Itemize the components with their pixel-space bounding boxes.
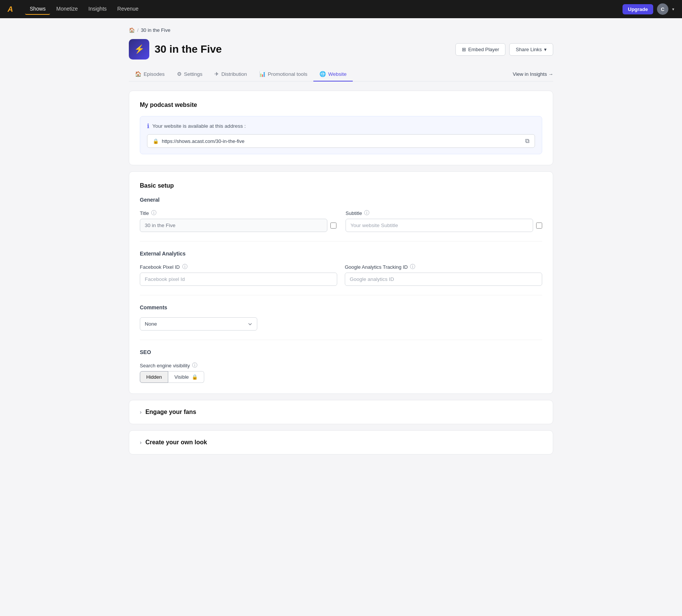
tab-settings-label: Settings — [184, 71, 203, 77]
subtitle-input[interactable] — [346, 219, 533, 232]
show-title: 30 in the Five — [155, 43, 222, 55]
divider-3 — [140, 340, 542, 340]
google-analytics-label-text: Google Analytics Tracking ID — [345, 264, 408, 270]
facebook-pixel-col: Facebook Pixel ID ⓘ — [140, 263, 337, 286]
distribution-icon: ✈ — [214, 71, 219, 77]
seo-help-icon[interactable]: ⓘ — [192, 362, 197, 369]
copy-url-button[interactable]: ⧉ — [525, 138, 529, 144]
settings-icon: ⚙ — [177, 71, 182, 77]
facebook-pixel-label: Facebook Pixel ID ⓘ — [140, 263, 337, 270]
tab-distribution-label: Distribution — [221, 71, 247, 77]
promotional-icon: 📊 — [259, 71, 266, 77]
website-icon: 🌐 — [319, 71, 326, 77]
toggle-buttons: Hidden Visible 🔒 — [140, 371, 204, 383]
subtitle-checkbox[interactable] — [536, 223, 542, 229]
tab-episodes[interactable]: 🏠 Episodes — [129, 67, 171, 82]
tab-settings[interactable]: ⚙ Settings — [171, 67, 209, 82]
google-analytics-label: Google Analytics Tracking ID ⓘ — [345, 263, 542, 270]
show-header-right: ⊞ Embed Player Share Links ▾ — [455, 43, 553, 56]
embed-player-button[interactable]: ⊞ Embed Player — [455, 43, 506, 56]
tab-promotional-label: Promotional tools — [268, 71, 307, 77]
create-look-chevron-icon: › — [140, 439, 142, 445]
google-help-icon[interactable]: ⓘ — [410, 263, 415, 270]
tab-distribution[interactable]: ✈ Distribution — [208, 67, 253, 82]
general-section-label: General — [140, 197, 542, 203]
show-header-left: ⚡ 30 in the Five — [129, 39, 222, 60]
nav-shows[interactable]: Shows — [25, 3, 50, 15]
tab-website[interactable]: 🌐 Website — [313, 67, 353, 82]
page-content: 🏠 / 30 in the Five ⚡ 30 in the Five ⊞ Em… — [121, 18, 561, 470]
analytics-row: Facebook Pixel ID ⓘ Google Analytics Tra… — [140, 263, 542, 286]
nav-right: Upgrade C ▾ — [623, 3, 674, 15]
avatar[interactable]: C — [657, 3, 668, 15]
title-label-text: Title — [140, 210, 149, 216]
my-podcast-website-title: My podcast website — [140, 102, 542, 108]
url-left: 🔒 https://shows.acast.com/30-in-the-five — [153, 138, 244, 144]
engage-fans-chevron-icon: › — [140, 409, 142, 415]
top-navigation: A Shows Monetize Insights Revenue Upgrad… — [0, 0, 682, 18]
seo-label: SEO — [140, 349, 542, 355]
google-analytics-input[interactable] — [345, 273, 542, 286]
tabs-left: 🏠 Episodes ⚙ Settings ✈ Distribution 📊 P… — [129, 67, 353, 81]
title-checkbox[interactable] — [330, 223, 336, 229]
breadcrumb-home-icon[interactable]: 🏠 — [129, 27, 135, 33]
upgrade-button[interactable]: Upgrade — [623, 4, 653, 14]
website-info-box: ℹ Your website is available at this addr… — [140, 116, 542, 154]
title-field-label: Title ⓘ — [140, 210, 336, 216]
subtitle-field-label: Subtitle ⓘ — [346, 210, 542, 216]
visibility-visible-button[interactable]: Visible 🔒 — [168, 371, 204, 383]
title-subtitle-row: Title ⓘ Subtitle ⓘ — [140, 210, 542, 232]
share-links-chevron: ▾ — [544, 47, 547, 52]
visibility-hidden-button[interactable]: Hidden — [140, 371, 168, 383]
info-circle-icon: ℹ — [147, 122, 149, 130]
google-analytics-col: Google Analytics Tracking ID ⓘ — [345, 263, 542, 286]
create-look-title: Create your own look — [145, 439, 207, 446]
search-visibility-label: Search engine visibility ⓘ — [140, 362, 542, 369]
website-url: https://shows.acast.com/30-in-the-five — [162, 138, 244, 144]
comments-select[interactable]: None Disqus Facebook Comments — [140, 317, 257, 331]
engage-fans-section[interactable]: › Engage your fans — [129, 400, 553, 424]
share-links-button[interactable]: Share Links ▾ — [509, 43, 553, 56]
embed-icon: ⊞ — [462, 47, 466, 52]
create-look-section[interactable]: › Create your own look — [129, 430, 553, 455]
nav-insights[interactable]: Insights — [84, 3, 111, 15]
embed-player-label: Embed Player — [468, 47, 499, 52]
visibility-toggle-group: Hidden Visible 🔒 — [140, 371, 542, 383]
avatar-chevron-icon[interactable]: ▾ — [672, 7, 674, 12]
info-text: Your website is available at this addres… — [152, 123, 246, 129]
title-field-group — [140, 219, 336, 232]
info-box-header: ℹ Your website is available at this addr… — [147, 122, 535, 130]
subtitle-help-icon[interactable]: ⓘ — [364, 210, 369, 216]
facebook-pixel-label-text: Facebook Pixel ID — [140, 264, 180, 270]
title-help-icon[interactable]: ⓘ — [151, 210, 156, 216]
subtitle-field-col: Subtitle ⓘ — [346, 210, 542, 232]
tab-episodes-label: Episodes — [144, 71, 165, 77]
title-field-col: Title ⓘ — [140, 210, 336, 232]
show-icon-symbol: ⚡ — [134, 44, 144, 54]
lock-icon: 🔒 — [153, 138, 159, 144]
tabs-bar: 🏠 Episodes ⚙ Settings ✈ Distribution 📊 P… — [129, 67, 553, 82]
title-input[interactable] — [140, 219, 327, 232]
tab-website-label: Website — [328, 71, 347, 77]
external-analytics-label: External Analytics — [140, 251, 542, 257]
nav-revenue[interactable]: Revenue — [113, 3, 143, 15]
my-podcast-website-card: My podcast website ℹ Your website is ava… — [129, 91, 553, 165]
app-logo[interactable]: A — [8, 5, 13, 14]
divider-2 — [140, 295, 542, 295]
subtitle-field-group — [346, 219, 542, 232]
comments-label: Comments — [140, 304, 542, 310]
basic-setup-title: Basic setup — [140, 182, 542, 189]
visible-label: Visible — [174, 374, 189, 380]
view-insights-link[interactable]: View in Insights → — [513, 71, 553, 77]
url-box: 🔒 https://shows.acast.com/30-in-the-five… — [147, 134, 535, 148]
facebook-pixel-input[interactable] — [140, 273, 337, 286]
show-header: ⚡ 30 in the Five ⊞ Embed Player Share Li… — [129, 39, 553, 60]
tab-promotional-tools[interactable]: 📊 Promotional tools — [253, 67, 313, 82]
episodes-icon: 🏠 — [135, 71, 141, 77]
breadcrumb-separator: / — [137, 27, 139, 33]
nav-links: Shows Monetize Insights Revenue — [25, 3, 613, 15]
nav-monetize[interactable]: Monetize — [52, 3, 82, 15]
basic-setup-card: Basic setup General Title ⓘ Subtitle ⓘ — [129, 171, 553, 394]
search-visibility-label-text: Search engine visibility — [140, 363, 190, 368]
facebook-help-icon[interactable]: ⓘ — [182, 263, 188, 270]
